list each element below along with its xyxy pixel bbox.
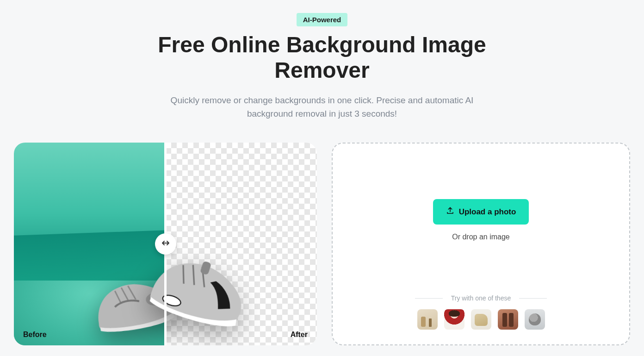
sample-image-bag[interactable] <box>471 309 491 330</box>
page-subtitle: Quickly remove or change backgrounds in … <box>155 94 489 120</box>
sample-image-cat[interactable] <box>525 309 545 330</box>
compare-slider-handle[interactable] <box>155 233 176 255</box>
drag-horizontal-icon <box>161 238 170 250</box>
upload-button-label: Upload a photo <box>459 207 516 217</box>
before-after-compare[interactable]: Before After <box>14 143 317 345</box>
ai-powered-badge: AI-Powered <box>297 13 348 26</box>
after-label: After <box>291 331 308 339</box>
sample-image-bottles[interactable] <box>417 309 438 330</box>
sample-image-boots[interactable] <box>498 309 518 330</box>
try-samples-label: Try with one of these <box>451 294 511 302</box>
upload-photo-button[interactable]: Upload a photo <box>433 199 529 225</box>
drop-image-text: Or drop an image <box>452 233 510 241</box>
before-label: Before <box>23 331 47 339</box>
upload-icon <box>446 206 454 217</box>
sample-thumbnails <box>417 309 545 330</box>
upload-dropzone[interactable]: Upload a photo Or drop an image Try with… <box>332 143 630 345</box>
sample-image-portrait[interactable] <box>444 309 464 330</box>
page-title: Free Online Background Image Remover <box>155 32 489 83</box>
